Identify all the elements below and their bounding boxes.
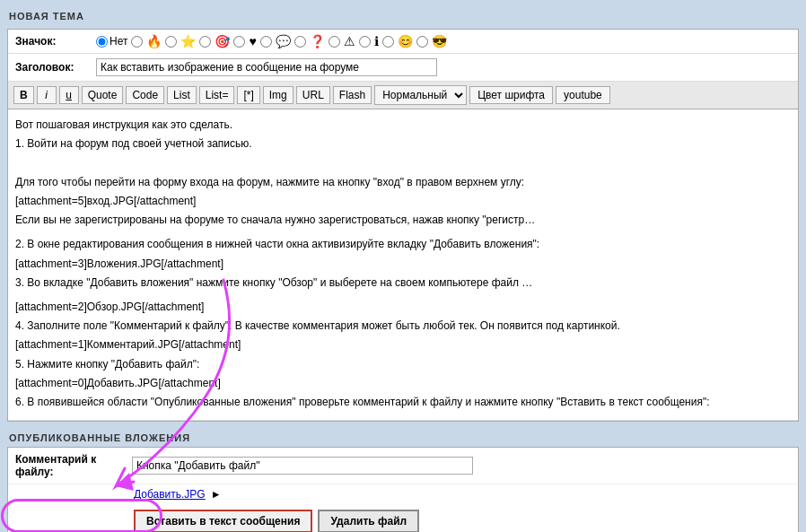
icon-target-radio[interactable] [199, 36, 211, 48]
content-line-4: [attachment=5]вход.JPG[/attachment] [15, 193, 791, 210]
header-label: Заголовок: [15, 61, 96, 74]
underline-button[interactable]: u [59, 86, 79, 104]
list-eq-button[interactable]: List= [199, 86, 235, 104]
icon-heart-radio[interactable] [233, 36, 245, 48]
file-row: Добавить.JPG ► [8, 484, 798, 504]
target-icon: 🎯 [215, 34, 230, 48]
face2-icon: 😎 [432, 34, 447, 48]
content-line-8: 3. Во вкладке "Добавить вложения" нажмит… [15, 275, 536, 292]
content-line-11: [attachment=1]Комментарий.JPG[/attachmen… [15, 336, 791, 353]
content-line-3: Для того чтобы перейти на форму входа на… [15, 174, 791, 191]
bold-button[interactable]: B [13, 86, 34, 104]
icon-warning-radio[interactable] [329, 36, 340, 48]
warning-icon: ⚠ [344, 34, 355, 48]
star-icon: ⭐ [180, 34, 196, 48]
icon-info-radio[interactable] [359, 36, 371, 48]
list-button[interactable]: List [167, 86, 197, 104]
action-row: Вставить в текст сообщения Удалить файл [8, 504, 798, 532]
smile-icon: 😊 [398, 34, 413, 48]
content-line-7: [attachment=3]Вложения.JPG[/attachment] [15, 256, 791, 273]
file-link[interactable]: Добавить.JPG [134, 488, 206, 501]
comment-input[interactable] [132, 457, 473, 475]
icon-star-radio[interactable] [165, 36, 177, 48]
header-input[interactable] [96, 58, 437, 76]
icon-none-option[interactable]: Нет [96, 35, 127, 48]
content-line-6: 2. В окне редактирования сообщения в ниж… [15, 236, 791, 253]
form-area: Значок: Нет 🔥 ⭐ 🎯 ♥ 💬 ❓ ⚠ [7, 29, 799, 422]
delete-button[interactable]: Удалить файл [318, 510, 419, 532]
toolbar: B i u Quote Code List List= [*] Img URL … [8, 82, 798, 109]
icon-none-label: Нет [110, 35, 127, 48]
star-button[interactable]: [*] [237, 86, 259, 104]
icon-label: Значок: [15, 35, 96, 48]
content-line-0: Вот пошаговая инструкция как это сделать… [15, 117, 791, 134]
icon-face2-radio[interactable] [416, 36, 428, 48]
content-line-2 [15, 154, 791, 171]
published-header: ОПУБЛИКОВАННЫЕ ВЛОЖЕНИЯ [7, 429, 799, 447]
content-line-14: 6. В появившейся области "Опубликованные… [15, 394, 791, 411]
content-line-12: 5. Нажмите кнопку "Добавить файл": [15, 356, 791, 373]
heart-icon: ♥ [249, 34, 256, 48]
section-header: НОВАЯ ТЕМА [7, 7, 799, 25]
url-button[interactable]: URL [296, 86, 330, 104]
file-arrow-icon: ► [211, 488, 222, 501]
content-line-5: Если вы не зарегистрированы на форуме то… [15, 212, 536, 229]
icon-options: Нет 🔥 ⭐ 🎯 ♥ 💬 ❓ ⚠ ℹ 😊 [96, 34, 447, 48]
published-section: ОПУБЛИКОВАННЫЕ ВЛОЖЕНИЯ Комментарий к фа… [7, 429, 799, 532]
content-line-9: [attachment=2]Обзор.JPG[/attachment] [15, 299, 791, 316]
main-container: НОВАЯ ТЕМА Значок: Нет 🔥 ⭐ 🎯 ♥ 💬 [0, 0, 806, 532]
quote-button[interactable]: Quote [82, 86, 124, 104]
img-button[interactable]: Img [263, 86, 293, 104]
youtube-button[interactable]: youtube [556, 86, 610, 104]
code-button[interactable]: Code [126, 86, 164, 104]
insert-button[interactable]: Вставить в текст сообщения [134, 510, 312, 532]
font-color-button[interactable]: Цвет шрифта [469, 86, 553, 104]
content-line-13: [attachment=0]Добавить.JPG[/attachment] [15, 375, 791, 392]
content-line-10: 4. Заполните поле "Комментарий к файлу".… [15, 318, 791, 335]
flame-icon: 🔥 [146, 34, 162, 48]
icon-flame-radio[interactable] [131, 36, 143, 48]
comment-label: Комментарий к файлу: [15, 453, 132, 478]
flash-button[interactable]: Flash [333, 86, 372, 104]
speech-icon: 💬 [276, 34, 291, 48]
comment-row: Комментарий к файлу: [8, 448, 798, 484]
content-line-1: 1. Войти на форум под своей учетной запи… [15, 135, 791, 153]
info-icon: ℹ [374, 34, 379, 48]
header-row: Заголовок: [8, 54, 798, 82]
font-style-select[interactable]: Нормальный [374, 85, 467, 105]
icon-speech-radio[interactable] [260, 36, 272, 48]
icon-row: Значок: Нет 🔥 ⭐ 🎯 ♥ 💬 ❓ ⚠ [8, 30, 798, 54]
published-area: Комментарий к файлу: Добавить.JPG ► [7, 447, 799, 532]
italic-button[interactable]: i [37, 86, 57, 104]
icon-smile-radio[interactable] [382, 36, 394, 48]
icon-question-radio[interactable] [294, 36, 306, 48]
icon-none-radio[interactable] [96, 36, 108, 48]
text-content-area[interactable]: Вот пошаговая инструкция как это сделать… [8, 109, 798, 421]
question-icon: ❓ [310, 34, 325, 48]
